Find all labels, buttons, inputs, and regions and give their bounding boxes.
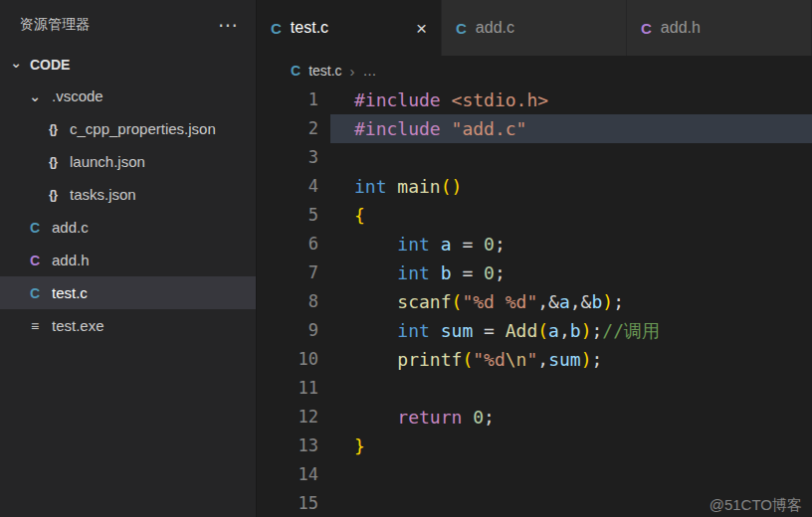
code-line[interactable]: 8 scanf("%d %d",&a,&b); xyxy=(257,287,812,316)
tab-add.c[interactable]: Cadd.c xyxy=(442,0,627,56)
sidebar-item-label: launch.json xyxy=(70,153,145,170)
tab-add.h[interactable]: Cadd.h xyxy=(627,0,812,56)
token-num: 0 xyxy=(473,407,484,428)
json-icon: {} xyxy=(44,187,62,202)
code-line[interactable]: 4int main() xyxy=(257,172,812,201)
token-str: "%d xyxy=(473,349,506,370)
sidebar-item-label: c_cpp_properties.json xyxy=(70,120,216,137)
json-icon: {} xyxy=(44,154,62,169)
sidebar-item-label: tasks.json xyxy=(70,186,136,203)
line-number: 7 xyxy=(257,258,318,287)
token-str: "add.c" xyxy=(452,118,527,139)
token-plain xyxy=(354,234,397,255)
token-plain xyxy=(441,89,452,110)
line-number: 12 xyxy=(257,403,318,431)
c-file-icon: C xyxy=(26,220,44,236)
token-plain: ; xyxy=(495,262,506,283)
line-number: 4 xyxy=(257,172,318,201)
sidebar-item-c_cpp_properties.json[interactable]: {}c_cpp_properties.json xyxy=(0,112,256,145)
token-plain xyxy=(387,176,398,197)
chevron-down-icon: ⌄ xyxy=(8,55,24,71)
line-text: printf("%d\n",sum); xyxy=(330,345,812,374)
token-fn: main xyxy=(397,176,440,197)
code-line[interactable]: 1#include <stdio.h> xyxy=(257,86,812,114)
token-plain xyxy=(430,234,441,255)
code-line[interactable]: 10 printf("%d\n",sum); xyxy=(257,345,812,374)
sidebar-item-add.h[interactable]: Cadd.h xyxy=(0,244,256,276)
code-line[interactable]: 7 int b = 0; xyxy=(257,258,812,287)
code-line[interactable]: 6 int a = 0; xyxy=(257,230,812,258)
sidebar-item-add.c[interactable]: Cadd.c xyxy=(0,211,256,244)
code-line[interactable]: 9 int sum = Add(a,b);//调用 xyxy=(257,316,812,345)
code-line[interactable]: 3 xyxy=(257,143,812,172)
line-number: 14 xyxy=(257,460,318,489)
explorer-title: 资源管理器 xyxy=(20,16,90,34)
token-kw: int xyxy=(397,262,430,283)
sidebar-item-test.c[interactable]: Ctest.c xyxy=(0,276,256,309)
sidebar-item-label: .vscode xyxy=(52,87,103,104)
token-plain: ; xyxy=(613,291,624,312)
breadcrumb-more[interactable]: … xyxy=(363,63,377,79)
token-plain: , xyxy=(537,349,548,370)
breadcrumb-file[interactable]: test.c xyxy=(308,63,341,79)
token-plain: = xyxy=(473,320,506,341)
token-plain: ,& xyxy=(570,291,592,312)
sidebar-item-launch.json[interactable]: {}launch.json xyxy=(0,145,256,178)
code-line[interactable]: 14 xyxy=(257,460,812,489)
tab-test.c[interactable]: Ctest.c× xyxy=(257,0,442,56)
token-plain: ; xyxy=(591,349,602,370)
code-line[interactable]: 2#include "add.c" xyxy=(257,114,812,143)
token-plain xyxy=(462,407,473,428)
code-editor[interactable]: 1#include <stdio.h>2#include "add.c"34in… xyxy=(257,86,812,517)
sidebar-item-tasks.json[interactable]: {}tasks.json xyxy=(0,178,256,211)
token-pp: #include xyxy=(354,89,441,110)
line-text xyxy=(330,374,812,403)
line-text: int b = 0; xyxy=(330,258,812,287)
token-var: b xyxy=(591,291,602,312)
token-brace: ( xyxy=(452,291,463,312)
editor-pane: Ctest.c×Cadd.cCadd.h C test.c › … 1#incl… xyxy=(257,0,812,517)
code-line[interactable]: 13} xyxy=(257,431,812,460)
sidebar-item-label: add.h xyxy=(52,252,90,268)
workspace-section-header[interactable]: ⌄ CODE xyxy=(0,50,256,80)
token-var: b xyxy=(441,262,452,283)
token-plain: ; xyxy=(591,320,602,341)
c-file-icon: C xyxy=(271,20,282,37)
c-file-icon: C xyxy=(26,285,44,301)
token-pp: return xyxy=(397,407,462,428)
token-fn: scanf xyxy=(397,291,451,312)
token-brace: () xyxy=(441,176,463,197)
explorer-header: 资源管理器 ⋯ xyxy=(0,0,256,50)
chevron-right-icon: › xyxy=(350,63,355,80)
code-line[interactable]: 5{ xyxy=(257,201,812,230)
line-text: #include <stdio.h> xyxy=(330,86,812,114)
line-text: int sum = Add(a,b);//调用 xyxy=(330,316,812,345)
line-number: 2 xyxy=(257,114,318,143)
sidebar-item-test.exe[interactable]: ≡test.exe xyxy=(0,309,256,342)
sidebar-item-.vscode[interactable]: ⌄.vscode xyxy=(0,80,256,112)
line-number: 5 xyxy=(257,201,318,230)
line-text: int a = 0; xyxy=(330,230,812,258)
line-text xyxy=(330,143,812,172)
code-line[interactable]: 12 return 0; xyxy=(257,403,812,431)
token-var: a xyxy=(548,320,559,341)
c-file-icon: C xyxy=(291,63,301,79)
token-num: 0 xyxy=(484,262,495,283)
code-line[interactable]: 15 xyxy=(257,489,812,517)
token-brace: ) xyxy=(581,349,592,370)
line-number: 9 xyxy=(257,316,318,345)
token-str: <stdio.h> xyxy=(452,89,549,110)
token-str: " xyxy=(526,349,537,370)
token-fn: printf xyxy=(397,349,462,370)
line-text: int main() xyxy=(330,172,812,201)
sidebar-item-label: test.c xyxy=(52,284,88,301)
code-line[interactable]: 11 xyxy=(257,374,812,403)
more-actions-icon[interactable]: ⋯ xyxy=(218,15,240,35)
token-plain xyxy=(354,407,397,428)
token-brace: { xyxy=(354,205,365,226)
token-var: b xyxy=(570,320,581,341)
token-plain xyxy=(441,118,452,139)
token-num: 0 xyxy=(484,234,495,255)
close-icon[interactable]: × xyxy=(416,19,427,38)
line-number: 15 xyxy=(257,489,318,517)
